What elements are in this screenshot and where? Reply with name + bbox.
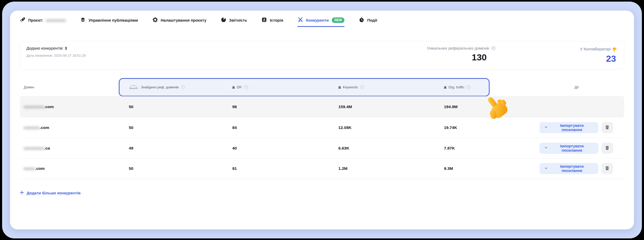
tab-settings[interactable]: Налаштування проєкту: [152, 17, 206, 27]
domain-cell: xxxxxxxxx.ca: [20, 146, 119, 151]
import-links-label: Імпортувати посилання: [550, 164, 594, 173]
tab-project-masked-domain: xxxxxxxxx: [46, 18, 66, 22]
history-download-icon: [261, 17, 267, 23]
actions-cell: Імпортувати посилання: [539, 122, 624, 133]
ahrefs-icon: a: [338, 85, 341, 89]
table-row: xxxxxxx.com 50 84 12.08K 19.74K Імпортув…: [20, 117, 624, 138]
org-traffic-value: 194.9M: [434, 104, 539, 109]
domain-suffix: .com: [44, 104, 54, 109]
add-more-label: Додати більше конкурентів: [27, 191, 80, 195]
import-links-button[interactable]: Імпортувати посилання: [539, 143, 598, 154]
new-badge: NEW: [332, 17, 344, 23]
dr-value: 84: [222, 125, 328, 130]
info-icon[interactable]: [244, 85, 248, 89]
collaborator-block: У Коллабораторі: [496, 46, 617, 64]
chevron-down-icon: [544, 146, 548, 150]
header-ref-domains-label: Знайдено реф. доменів: [141, 85, 179, 89]
top-tab-bar: Проєкт: xxxxxxxxx Управління публікаціям…: [10, 11, 634, 27]
org-traffic-value: 19.74K: [434, 125, 539, 130]
tab-settings-label: Налаштування проєкту: [161, 18, 206, 22]
delete-button[interactable]: [602, 122, 613, 133]
tab-events[interactable]: Події: [359, 17, 377, 27]
svg-text:MAJESTIC: MAJESTIC: [130, 88, 138, 89]
dr-value: 40: [222, 146, 328, 151]
tab-history[interactable]: Історія: [261, 17, 283, 27]
added-competitors-value: 3: [65, 46, 67, 50]
gear-icon: [152, 17, 158, 23]
domain-suffix: .ca: [44, 146, 50, 150]
competitors-table: Домен MAJESTIC Знайд: [20, 78, 624, 179]
header-domain: Домен: [20, 85, 119, 89]
import-links-label: Імпортувати посилання: [550, 144, 594, 152]
domain-cell: xxxxxxx.com: [20, 125, 119, 130]
import-links-label: Імпортувати посилання: [550, 123, 594, 132]
tab-reports[interactable]: Звітність: [221, 17, 247, 27]
ref-domains-value: 50: [119, 104, 222, 109]
ref-domains-value: 49: [119, 146, 222, 151]
unique-domains-label: Унікальних реферальних доменів: [427, 46, 489, 50]
unique-domains-value: 130: [348, 52, 496, 63]
info-icon[interactable]: [491, 46, 496, 50]
rocket-icon: [20, 17, 26, 23]
info-icon[interactable]: [360, 85, 364, 89]
stopwatch-icon: [359, 17, 364, 23]
header-ref-domains: MAJESTIC Знайдено реф. доменів: [119, 84, 222, 90]
pointing-down-hand-icon: [612, 46, 617, 52]
collaborator-label: У Коллабораторі: [580, 47, 611, 51]
plus-icon: [20, 190, 24, 195]
layers-icon: [80, 17, 86, 23]
table-row: xxxxx.com 50 91 1.2M 9.3M Імпортувати по…: [20, 158, 624, 179]
ahrefs-icon: a: [232, 85, 235, 89]
tab-project-label: Проєкт:: [28, 18, 43, 22]
header-keywords-label: Keywords: [343, 85, 358, 89]
update-date-text: Дата оновлення: 2025-08-27 16:51:28: [26, 54, 348, 57]
added-competitors-label: Додано конкурентів:: [26, 46, 64, 50]
unique-domains-block: Унікальних реферальних доменів 130: [348, 46, 496, 63]
chevron-down-icon: [544, 166, 548, 171]
keywords-value: 159.4M: [328, 104, 434, 109]
add-more-competitors-button[interactable]: Додати більше конкурентів: [20, 190, 80, 195]
ahrefs-icon: a: [444, 85, 446, 89]
chevron-down-icon: [544, 125, 548, 130]
header-actions: Дії: [539, 85, 624, 89]
keywords-value: 1.2M: [328, 166, 434, 171]
header-dr: a DR: [222, 85, 328, 89]
tab-project[interactable]: Проєкт: xxxxxxxxx: [20, 17, 66, 27]
import-links-button[interactable]: Імпортувати посилання: [539, 122, 598, 133]
tab-history-label: Історія: [270, 18, 283, 22]
info-icon[interactable]: [181, 85, 185, 89]
masked-domain: xxxxxxx: [24, 125, 40, 130]
masked-domain: xxxxxxxxx: [24, 104, 44, 109]
dr-value: 98: [222, 104, 328, 109]
tab-publications[interactable]: Управління публікаціями: [80, 17, 138, 27]
import-links-button[interactable]: Імпортувати посилання: [539, 163, 598, 174]
tab-competitors-label: Конкуренти: [306, 18, 329, 22]
header-keywords: a Keywords: [328, 85, 434, 89]
org-traffic-value: 7.87K: [434, 146, 539, 151]
keywords-value: 6.63K: [328, 146, 434, 151]
actions-cell: Імпортувати посилання: [539, 163, 624, 174]
table-row: xxxxxxxxx.com 50 98 159.4M 194.9M: [20, 97, 624, 117]
domain-cell: xxxxxxxxx.com: [20, 104, 119, 109]
trash-icon: [605, 125, 610, 131]
tab-events-label: Події: [367, 18, 377, 22]
table-header-row: Домен MAJESTIC Знайд: [20, 78, 624, 97]
tab-competitors[interactable]: Конкуренти NEW: [297, 17, 344, 27]
summary-bar: Додано конкурентів: 3 Дата оновлення: 20…: [20, 41, 624, 70]
page-background: Проєкт: xxxxxxxxx Управління публікаціям…: [2, 2, 642, 238]
crossed-swords-icon: [297, 17, 303, 23]
domain-suffix: .com: [40, 125, 49, 130]
header-org-traffic-label: Org. traffic: [448, 85, 464, 89]
ref-domains-value: 50: [119, 125, 222, 130]
majestic-icon: MAJESTIC: [129, 84, 139, 90]
domain-cell: xxxxx.com: [20, 166, 119, 171]
pie-chart-icon: [221, 17, 226, 23]
delete-button[interactable]: [602, 143, 613, 154]
tab-publications-label: Управління публікаціями: [88, 18, 138, 22]
trash-icon: [605, 166, 610, 171]
info-icon[interactable]: [466, 85, 471, 89]
domain-suffix: .com: [35, 166, 45, 171]
masked-domain: xxxxxxxxx: [24, 146, 44, 150]
delete-button[interactable]: [602, 163, 613, 174]
masked-domain: xxxxx: [24, 166, 35, 171]
